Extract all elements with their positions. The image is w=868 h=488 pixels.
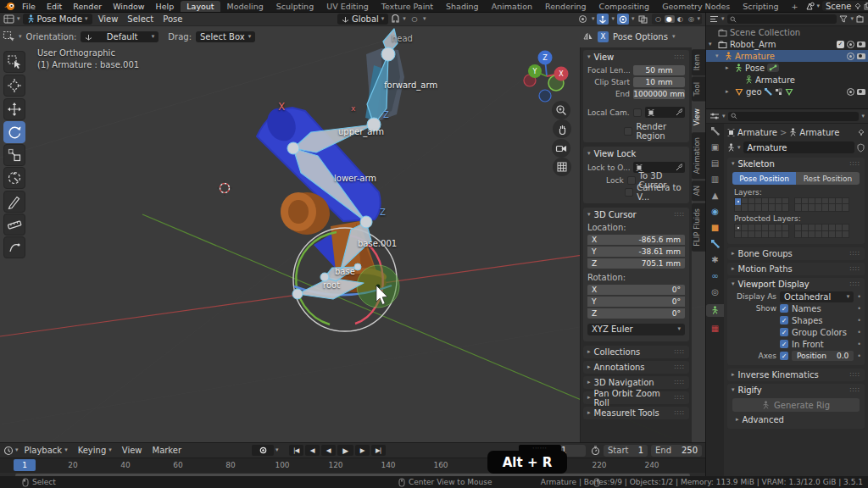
add-workspace-button[interactable]: + (786, 1, 804, 12)
panel-skeleton-header[interactable]: ▾Skeleton∷∷ (727, 158, 865, 170)
tab-scene-icon[interactable]: ▲ (706, 191, 724, 200)
cursor-rotation-y[interactable]: Y0° (587, 297, 685, 307)
panel-grip-icon[interactable]: ∷∷ (675, 211, 685, 219)
menu-file[interactable]: File (17, 2, 41, 11)
menu-help[interactable]: Help (151, 2, 180, 11)
tab-output-icon[interactable]: ▤ (706, 159, 724, 168)
show-gizmo-icon[interactable] (597, 14, 609, 25)
display-as-dropdown[interactable]: Octahedral▾ (780, 291, 854, 302)
camera-view-button[interactable] (552, 139, 570, 158)
gizmo-caret-icon[interactable]: ▾ (611, 16, 615, 22)
funnel-caret-icon[interactable]: ▾ (850, 16, 854, 22)
expand-icon[interactable]: ▾ (715, 53, 722, 59)
tool-transform[interactable] (3, 167, 25, 189)
workspace-tab-texture-paint[interactable]: Texture Paint (376, 1, 439, 12)
viewport-menu-select[interactable]: Select (124, 14, 157, 24)
current-frame-indicator[interactable]: 1 (14, 459, 36, 471)
menu-render[interactable]: Render (68, 2, 107, 11)
tab-flip-fluids[interactable]: FLIP Fluids (692, 203, 705, 252)
rotation-mode-dropdown[interactable]: XYZ Euler▾ (587, 324, 685, 336)
x-axis-mirror-toggle[interactable]: X (598, 31, 609, 42)
orientation-setting-dropdown[interactable]: Default ▾ (81, 31, 159, 42)
cursor-rotation-x[interactable]: X0° (587, 285, 685, 295)
visibility-eye-icon[interactable] (577, 14, 589, 25)
datablock-browse-caret-icon[interactable]: ▾ (737, 145, 741, 151)
pan-hand-button[interactable] (553, 119, 571, 138)
expand-icon[interactable]: ▾ (709, 42, 715, 47)
shading-material-icon[interactable]: ◐ (676, 15, 686, 23)
to-3d-cursor-checkbox[interactable] (627, 176, 636, 185)
play-reverse-button[interactable]: ◀ (321, 445, 336, 456)
decorator-icon[interactable]: • (857, 329, 861, 336)
properties-options-caret-icon[interactable]: ▾ (861, 114, 865, 119)
workspace-tab-rendering[interactable]: Rendering (539, 1, 593, 12)
tool-settings-caret-icon[interactable]: ▾ (19, 34, 22, 40)
visibility-caret-icon[interactable]: ▾ (592, 16, 595, 22)
frame-start-field[interactable]: Start1 (604, 445, 648, 457)
tab-armature-data-icon[interactable] (706, 304, 724, 317)
transform-orientation-selector[interactable]: Global ▾ (337, 14, 388, 25)
funnel-filter-icon[interactable] (839, 15, 848, 23)
play-button[interactable]: ▶ (337, 445, 353, 456)
tab-render-icon[interactable]: ▣ (706, 143, 724, 152)
viewport-menu-view[interactable]: View (95, 14, 122, 24)
cursor-location-y[interactable]: Y-38.61 mm (587, 247, 685, 257)
rest-position-button[interactable]: Rest Position (796, 172, 860, 185)
panel-view-header[interactable]: ▾ View ∷∷ (583, 50, 689, 64)
viewport-menu-pose[interactable]: Pose (159, 14, 186, 24)
eyedropper-icon[interactable] (676, 108, 682, 116)
active-tool-icon[interactable] (3, 30, 14, 42)
workspace-tab-animation[interactable]: Animation (486, 1, 538, 12)
outliner-filter-icon[interactable] (709, 15, 719, 23)
panel-measureit-tools[interactable]: ▸MeasureIt Tools∷∷ (583, 407, 689, 419)
decorator-icon[interactable]: • (857, 341, 861, 348)
decorator-icon[interactable]: • (857, 293, 861, 301)
tab-particles-icon[interactable]: ✱ (706, 256, 724, 264)
drag-setting-dropdown[interactable]: Select Box ▾ (196, 31, 255, 42)
cursor-location-x[interactable]: X-865.6 mm (587, 235, 685, 245)
jump-end-button[interactable]: ▶| (371, 445, 386, 456)
stopwatch-icon[interactable] (591, 446, 600, 456)
properties-editor-caret-icon[interactable]: ▾ (722, 114, 726, 119)
workspace-tab-uv-editing[interactable]: UV Editing (320, 1, 375, 12)
tab-physics-icon[interactable]: ∞ (706, 272, 724, 280)
snap-caret-icon[interactable]: ▾ (403, 16, 406, 22)
axes-checkbox[interactable]: ✓ (780, 352, 788, 360)
outliner-display-caret-icon[interactable]: ▾ (721, 16, 725, 22)
pose-options-caret-icon[interactable]: ▾ (672, 34, 676, 40)
panel-grip-icon[interactable]: ∷∷ (675, 53, 685, 61)
workspace-tab-modeling[interactable]: Modeling (221, 1, 270, 12)
breadcrumb-object[interactable]: Armature (737, 128, 777, 137)
viewport-3d[interactable]: Z Y X User Orthographic (1) Armature : b… (0, 26, 705, 442)
decorator-icon[interactable]: • (857, 305, 861, 313)
outliner-row-scene-collection[interactable]: Scene Collection (706, 26, 868, 38)
tab-world-icon[interactable]: ◉ (706, 208, 724, 216)
workspace-tab-scripting[interactable]: Scripting (737, 1, 784, 12)
keying-menu[interactable]: Keying▾ (74, 446, 116, 455)
new-collection-icon[interactable] (856, 15, 865, 23)
pose-options-label[interactable]: Pose Options (613, 32, 668, 42)
timeline-editor-caret-icon[interactable]: ▾ (15, 447, 19, 453)
workspace-tab-shading[interactable]: Shading (440, 1, 485, 12)
collection-checkbox-icon[interactable]: ✓ (837, 41, 844, 48)
outliner-row-pose[interactable]: ▸ Pose (706, 62, 868, 74)
tab-an[interactable]: AN (692, 180, 705, 201)
group-colors-checkbox[interactable]: ✓ (780, 328, 788, 336)
workspace-tab-sculpting[interactable]: Sculpting (270, 1, 320, 12)
panel-3d-cursor-header[interactable]: ▾ 3D Cursor ∷∷ (583, 208, 689, 221)
local-camera-field[interactable] (645, 107, 685, 118)
panel-bone-groups[interactable]: ▸Bone Groups∷∷ (727, 247, 865, 260)
timeline-view-menu[interactable]: View (118, 446, 147, 455)
layers-grid[interactable] (734, 197, 858, 212)
advanced-collapse-icon[interactable]: ▸ (736, 417, 739, 423)
tool-move[interactable] (3, 98, 25, 120)
panel-view-lock-header[interactable]: ▾ View Lock (583, 147, 689, 160)
editor-type-caret-icon[interactable]: ▾ (17, 16, 20, 22)
shading-solid-icon[interactable]: ● (665, 15, 675, 23)
generate-rig-button[interactable]: Generate Rig (732, 398, 860, 412)
overlays-caret-icon[interactable]: ▾ (632, 16, 635, 22)
proportional-falloff-caret-icon[interactable]: ▾ (423, 16, 426, 22)
fake-user-shield-icon[interactable] (857, 143, 865, 152)
workspace-tab-layout[interactable]: Layout (181, 1, 220, 12)
disable-render-icon[interactable] (857, 42, 865, 47)
